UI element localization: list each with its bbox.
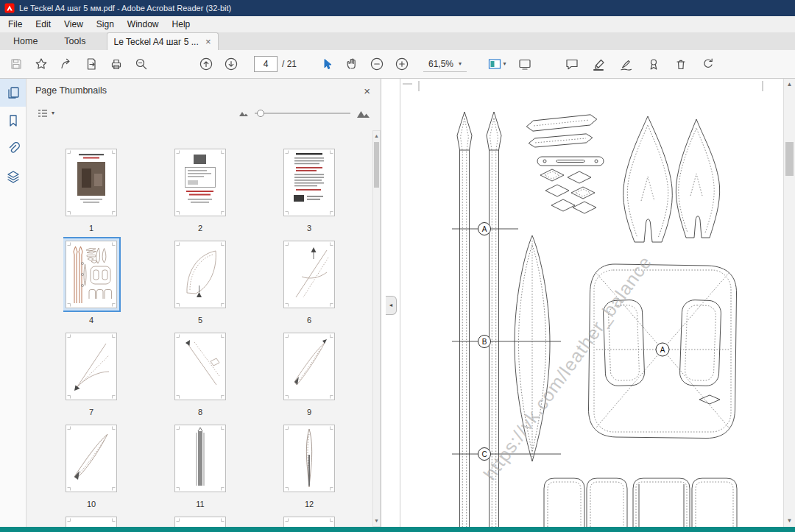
menu-sign[interactable]: Sign — [90, 16, 121, 32]
trash-icon — [674, 57, 688, 71]
zoom-in-button[interactable] — [389, 54, 414, 74]
thumbnail-size-slider[interactable] — [255, 108, 350, 118]
scrollbar-thumb[interactable] — [374, 142, 379, 188]
thumbnail-number: 8 — [198, 408, 202, 416]
layers-panel-button[interactable] — [0, 163, 26, 191]
thumbnail-number: 6 — [307, 316, 311, 324]
menu-edit[interactable]: Edit — [29, 16, 57, 32]
chevron-down-icon: ▾ — [52, 110, 54, 116]
tab-tools[interactable]: Tools — [51, 32, 99, 50]
slider-knob[interactable] — [257, 110, 264, 117]
marker-center-a: A — [660, 346, 665, 354]
share-button[interactable] — [54, 54, 79, 74]
page-down-button[interactable] — [219, 54, 244, 74]
export-pdf-button[interactable] — [79, 54, 104, 74]
thumbnail-image — [66, 333, 117, 400]
thumbnail-page-2[interactable]: 2 — [172, 145, 228, 237]
close-icon[interactable]: × — [205, 37, 211, 46]
menu-window[interactable]: Window — [121, 16, 166, 32]
thumbnail-page-5[interactable]: 5 — [172, 237, 228, 329]
thumbnail-image — [66, 241, 117, 308]
delete-button[interactable] — [668, 54, 693, 74]
thumbnail-page-8[interactable]: 8 — [172, 329, 228, 421]
document-scrollbar[interactable]: ▲ ▼ — [783, 79, 795, 527]
circle-minus-icon — [370, 57, 384, 71]
marker-c: C — [481, 450, 487, 458]
thumbnail-page-10[interactable]: 10 — [63, 421, 119, 513]
panel-collapse-handle[interactable]: ◄ — [386, 296, 397, 315]
marker-b: B — [482, 338, 487, 346]
attachments-panel-button[interactable] — [0, 135, 26, 163]
large-thumbnails-icon[interactable] — [356, 109, 370, 118]
scroll-down-icon[interactable]: ▼ — [373, 516, 380, 526]
thumbnail-image — [174, 517, 226, 527]
highlight-button[interactable] — [587, 54, 612, 74]
comment-button[interactable] — [559, 54, 584, 74]
panel-scrollbar[interactable]: ▲ ▼ — [372, 130, 381, 527]
export-page-icon — [84, 57, 99, 71]
options-list-icon — [37, 108, 49, 118]
thumbnail-page-offscreen-13[interactable] — [63, 513, 119, 527]
search-button[interactable] — [129, 54, 154, 74]
thumbnail-page-1[interactable]: 1 — [63, 145, 119, 237]
bookmarks-panel-button[interactable] — [0, 107, 26, 135]
page-number-input[interactable] — [254, 56, 278, 72]
thumbnail-image — [283, 425, 335, 492]
menu-view[interactable]: View — [57, 16, 90, 32]
printer-icon — [109, 57, 124, 71]
zoom-level-value: 61,5% — [428, 59, 453, 69]
zoom-level-dropdown[interactable]: 61,5% ▾ — [423, 57, 467, 72]
menu-file[interactable]: File — [1, 16, 29, 32]
acrobat-logo-icon — [4, 3, 15, 13]
page-count-label: / 21 — [282, 59, 297, 69]
bookmark-icon — [6, 113, 21, 128]
page-up-button[interactable] — [194, 54, 219, 74]
thumbnail-page-offscreen-15[interactable] — [281, 513, 337, 527]
thumbnail-page-9[interactable]: 9 — [281, 329, 337, 421]
thumbnail-number: 10 — [87, 500, 96, 508]
thumbnail-image — [66, 517, 117, 527]
star-button[interactable] — [29, 54, 54, 74]
badge-icon — [646, 57, 661, 71]
reading-mode-button[interactable] — [512, 54, 537, 74]
zoom-out-button[interactable] — [364, 54, 389, 74]
hand-icon — [344, 57, 359, 71]
scroll-up-icon[interactable]: ▲ — [373, 131, 380, 141]
tab-document[interactable]: Le Teckel A4 шаг 5 ... × — [107, 32, 219, 50]
page-fit-icon — [488, 58, 502, 70]
close-icon[interactable]: × — [364, 85, 370, 97]
save-button[interactable] — [4, 54, 29, 74]
hand-tool-button[interactable] — [339, 54, 364, 74]
stamp-button[interactable] — [641, 54, 666, 74]
print-button[interactable] — [104, 54, 129, 74]
thumbnail-page-7[interactable]: 7 — [63, 329, 119, 421]
thumbnail-page-12[interactable]: 12 — [281, 421, 337, 513]
thumbnail-image — [66, 425, 117, 492]
thumbnail-number: 7 — [89, 408, 93, 416]
cursor-arrow-icon — [319, 57, 334, 71]
chevron-down-icon: ▾ — [504, 61, 506, 67]
thumbnail-image — [283, 241, 335, 308]
page-fit-dropdown[interactable]: ▾ — [481, 54, 512, 74]
thumbnail-page-6[interactable]: 6 — [281, 237, 337, 329]
star-icon — [34, 57, 49, 71]
sign-button[interactable] — [614, 54, 639, 74]
thumbnail-page-offscreen-14[interactable] — [172, 513, 228, 527]
thumbnail-page-3[interactable]: 3 — [281, 145, 337, 237]
thumbnail-page-4[interactable]: 4 — [63, 237, 119, 329]
select-tool-button[interactable] — [314, 54, 339, 74]
thumbnail-options-button[interactable]: ▾ — [37, 108, 54, 118]
scroll-up-icon[interactable]: ▲ — [784, 79, 795, 91]
scrollbar-thumb[interactable] — [785, 142, 794, 176]
thumbnails-panel-button[interactable] — [0, 79, 26, 107]
thumbnail-number: 1 — [89, 224, 93, 233]
small-thumbnails-icon[interactable] — [239, 110, 249, 117]
thumbnail-page-11[interactable]: 11 — [172, 421, 228, 513]
panel-title: Page Thumbnails — [35, 85, 364, 96]
speech-bubble-icon — [565, 57, 579, 71]
menu-help[interactable]: Help — [166, 16, 197, 32]
tab-home[interactable]: Home — [0, 32, 51, 50]
thumbnail-image — [174, 333, 226, 400]
scroll-down-icon[interactable]: ▼ — [784, 515, 795, 527]
rotate-button[interactable] — [696, 54, 721, 74]
